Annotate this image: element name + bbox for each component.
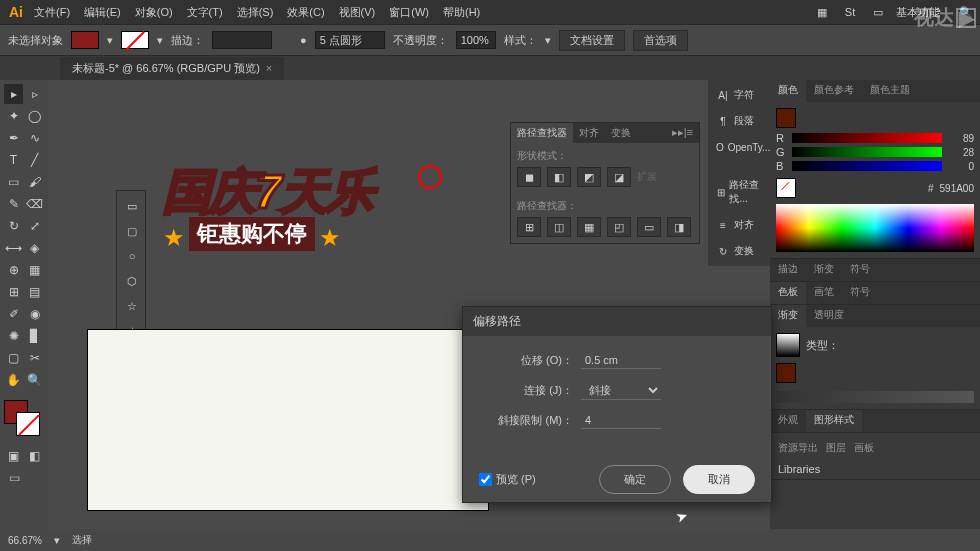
star-icon[interactable]: ☆: [121, 295, 143, 317]
shaper-tool[interactable]: ✎: [4, 194, 23, 214]
artboard-tool[interactable]: ▢: [4, 348, 23, 368]
perspective-tool[interactable]: ▦: [25, 260, 44, 280]
curvature-tool[interactable]: ∿: [25, 128, 44, 148]
tab-layers[interactable]: 图层: [826, 441, 846, 455]
tab-stroke[interactable]: 描边: [770, 259, 806, 281]
tab-graphic-styles[interactable]: 图形样式: [806, 410, 862, 432]
stroke-color-box[interactable]: [16, 412, 40, 436]
artwork-group[interactable]: 国庆7天乐 ★ 钜惠购不停 ★: [163, 160, 513, 290]
merge-icon[interactable]: ▦: [577, 217, 601, 237]
g-slider[interactable]: [792, 147, 942, 157]
zoom-tool[interactable]: 🔍: [25, 370, 44, 390]
exclude-icon[interactable]: ◪: [607, 167, 631, 187]
rectangle-shape-icon[interactable]: ▭: [121, 195, 143, 217]
symbol-sprayer-tool[interactable]: ✺: [4, 326, 23, 346]
g-value[interactable]: 28: [946, 147, 974, 158]
unite-icon[interactable]: ◼: [517, 167, 541, 187]
draw-normal[interactable]: ▣: [4, 446, 23, 466]
dock-paragraph[interactable]: ¶段落: [712, 110, 766, 132]
blend-tool[interactable]: ◉: [25, 304, 44, 324]
stroke-weight-input[interactable]: [212, 31, 272, 49]
direct-selection-tool[interactable]: ▹: [25, 84, 44, 104]
tab-color-guide[interactable]: 颜色参考: [806, 80, 862, 102]
eraser-tool[interactable]: ⌫: [25, 194, 44, 214]
width-tool[interactable]: ⟷: [4, 238, 23, 258]
fill-color-swatch[interactable]: [71, 31, 99, 49]
preview-checkbox[interactable]: 预览 (P): [479, 472, 536, 487]
bridge-icon[interactable]: ▦: [812, 2, 832, 22]
gradient-stop[interactable]: [776, 363, 796, 383]
tab-pathfinder[interactable]: 路径查找器: [511, 123, 573, 143]
magic-wand-tool[interactable]: ✦: [4, 106, 23, 126]
preview-check-input[interactable]: [479, 473, 492, 486]
tab-symbols2[interactable]: 符号: [842, 259, 878, 281]
menu-select[interactable]: 选择(S): [231, 3, 280, 22]
shape-builder-tool[interactable]: ⊕: [4, 260, 23, 280]
crop-icon[interactable]: ◰: [607, 217, 631, 237]
color-spectrum[interactable]: [776, 204, 974, 252]
tab-symbols[interactable]: 符号: [842, 282, 878, 304]
close-icon[interactable]: ×: [266, 62, 272, 74]
r-value[interactable]: 89: [946, 133, 974, 144]
hand-tool[interactable]: ✋: [4, 370, 23, 390]
column-graph-tool[interactable]: ▊: [25, 326, 44, 346]
selection-tool[interactable]: ▸: [4, 84, 23, 104]
preferences-button[interactable]: 首选项: [633, 30, 688, 51]
style-dropdown[interactable]: ▾: [545, 34, 551, 47]
dock-pathfinder[interactable]: ⊞路径查找...: [712, 174, 766, 210]
chevron-down-icon[interactable]: ▾: [107, 34, 113, 47]
paintbrush-tool[interactable]: 🖌: [25, 172, 44, 192]
tab-asset-export[interactable]: 资源导出: [778, 441, 818, 455]
r-slider[interactable]: [792, 133, 942, 143]
gradient-tool[interactable]: ▤: [25, 282, 44, 302]
panel-menu-icon[interactable]: ▸▸|≡: [666, 123, 699, 143]
arrange-icon[interactable]: ▭: [868, 2, 888, 22]
free-transform-tool[interactable]: ◈: [25, 238, 44, 258]
menu-view[interactable]: 视图(V): [333, 3, 382, 22]
join-select[interactable]: 斜接: [581, 381, 661, 400]
ellipse-icon[interactable]: ○: [121, 245, 143, 267]
tab-gradient[interactable]: 渐变: [770, 305, 806, 327]
b-value[interactable]: 0: [946, 161, 974, 172]
polygon-icon[interactable]: ⬡: [121, 270, 143, 292]
menu-file[interactable]: 文件(F): [28, 3, 76, 22]
minus-front-icon[interactable]: ◧: [547, 167, 571, 187]
menu-type[interactable]: 文字(T): [181, 3, 229, 22]
minus-back-icon[interactable]: ◨: [667, 217, 691, 237]
eyedropper-tool[interactable]: ✐: [4, 304, 23, 324]
slice-tool[interactable]: ✂: [25, 348, 44, 368]
tab-swatches[interactable]: 色板: [770, 282, 806, 304]
tab-brushes[interactable]: 画笔: [806, 282, 842, 304]
menu-effect[interactable]: 效果(C): [281, 3, 330, 22]
fill-preview[interactable]: [776, 108, 796, 128]
artboard[interactable]: [88, 330, 488, 510]
hex-value[interactable]: 591A00: [940, 183, 974, 194]
menu-help[interactable]: 帮助(H): [437, 3, 486, 22]
type-tool[interactable]: T: [4, 150, 23, 170]
draw-behind[interactable]: ◧: [25, 446, 44, 466]
b-slider[interactable]: [792, 161, 942, 171]
document-setup-button[interactable]: 文档设置: [559, 30, 625, 51]
lasso-tool[interactable]: ◯: [25, 106, 44, 126]
dock-transform[interactable]: ↻变换: [712, 240, 766, 262]
tab-align[interactable]: 对齐: [573, 123, 605, 143]
tool-colors[interactable]: [4, 400, 40, 436]
chevron-down-icon[interactable]: ▾: [54, 534, 60, 547]
outline-icon[interactable]: ▭: [637, 217, 661, 237]
brush-input[interactable]: [315, 31, 385, 49]
tab-gradient2[interactable]: 渐变: [806, 259, 842, 281]
mesh-tool[interactable]: ⊞: [4, 282, 23, 302]
tab-transform[interactable]: 变换: [605, 123, 637, 143]
rounded-rect-icon[interactable]: ▢: [121, 220, 143, 242]
tab-artboards[interactable]: 画板: [854, 441, 874, 455]
miter-input[interactable]: [581, 412, 661, 429]
cancel-button[interactable]: 取消: [683, 465, 755, 494]
tab-color-theme[interactable]: 颜色主题: [862, 80, 918, 102]
ok-button[interactable]: 确定: [599, 465, 671, 494]
tab-color[interactable]: 颜色: [770, 80, 806, 102]
trim-icon[interactable]: ◫: [547, 217, 571, 237]
intersect-icon[interactable]: ◩: [577, 167, 601, 187]
scale-tool[interactable]: ⤢: [25, 216, 44, 236]
rectangle-tool[interactable]: ▭: [4, 172, 23, 192]
opacity-input[interactable]: [456, 31, 496, 49]
